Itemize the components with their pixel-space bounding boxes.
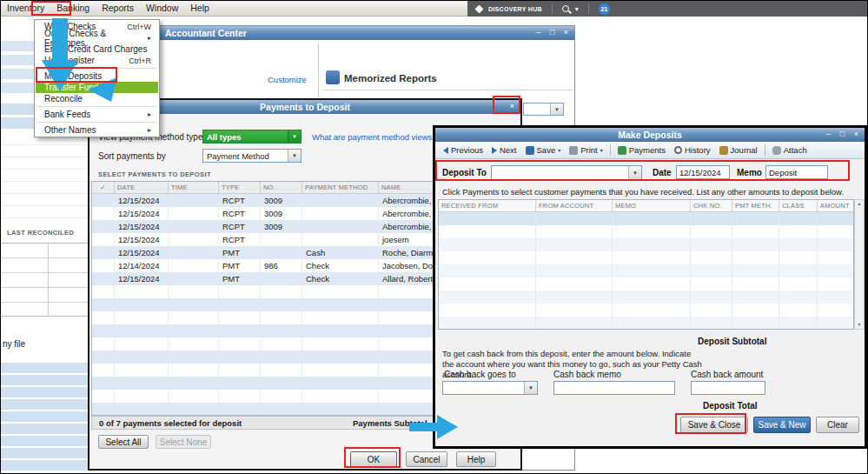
close-icon[interactable]: ×	[507, 102, 518, 112]
attach-button[interactable]: Attach	[768, 142, 812, 158]
discovery-hub-label[interactable]: DISCOVERY HUB	[488, 6, 542, 12]
date-field[interactable]	[676, 165, 730, 179]
ok-button[interactable]: OK	[350, 451, 397, 467]
col-chk-no: CHK NO.	[691, 200, 732, 211]
menu-item-other-names[interactable]: Other Names▸	[36, 124, 158, 136]
save-button[interactable]: Save▾	[521, 142, 566, 158]
menu-item-reconcile[interactable]: Reconcile	[36, 93, 158, 104]
select-none-button[interactable]: Select None	[156, 435, 211, 449]
row-checkbox[interactable]	[92, 233, 115, 246]
deposit-row[interactable]	[439, 277, 853, 290]
help-button[interactable]: Help	[456, 451, 496, 467]
notification-badge[interactable]: 21	[599, 3, 610, 15]
cell-no	[261, 272, 302, 285]
window-controls: – □ ×	[533, 28, 572, 38]
menu-item-transfer-funds[interactable]: Transfer Funds	[36, 82, 158, 93]
col-type: TYPE	[219, 182, 261, 193]
cashback-amount-field[interactable]	[691, 381, 765, 395]
sort-payments-label: Sort payments by	[98, 151, 166, 161]
sort-payments-dropdown[interactable]: Payment Method ▼	[202, 149, 301, 163]
payment-method-views-link[interactable]: What are payment method views?	[312, 132, 437, 142]
row-checkbox[interactable]	[92, 272, 115, 285]
memo-field[interactable]	[765, 165, 828, 179]
col-class: CLASS	[779, 200, 818, 211]
col-no: NO.	[261, 182, 302, 193]
bg-row	[1, 399, 88, 410]
bg-list	[1, 133, 88, 224]
chevron-down-icon: ▼	[288, 150, 301, 162]
minimize-icon[interactable]: –	[823, 130, 834, 140]
row-checkbox[interactable]	[92, 220, 115, 233]
deposit-to-dropdown[interactable]: ▼	[491, 165, 642, 180]
row-checkbox[interactable]	[92, 259, 115, 272]
row-checkbox[interactable]	[92, 207, 115, 220]
deposit-to-label: Deposit To	[442, 168, 487, 177]
menu-reports[interactable]: Reports	[96, 1, 140, 16]
maximize-icon[interactable]: □	[837, 130, 848, 140]
row-checkbox[interactable]	[92, 246, 115, 259]
cancel-button[interactable]: Cancel	[406, 451, 447, 467]
menu-item-order-checks[interactable]: Order Checks & Envelopes▸	[36, 32, 158, 43]
deposit-row[interactable]	[439, 212, 853, 225]
window-title: Accountant Center	[97, 28, 574, 38]
search-icon[interactable]	[562, 5, 569, 12]
deposit-items-table: RECEIVED FROM FROM ACCOUNT MEMO CHK NO. …	[438, 199, 854, 330]
attach-icon	[772, 146, 781, 155]
section-divider	[323, 90, 572, 90]
deposit-row[interactable]	[439, 317, 853, 330]
select-all-button[interactable]: Select All	[98, 435, 149, 449]
deposit-row[interactable]	[439, 251, 853, 264]
save-new-button[interactable]: Save & New	[753, 417, 811, 433]
menu-item-bank-feeds[interactable]: Bank Feeds▸	[36, 109, 158, 120]
table-scrollbar[interactable]: ▲ ▼	[854, 199, 865, 330]
cashback-memo-field[interactable]	[553, 381, 675, 395]
cell-type: PMT	[219, 246, 261, 259]
payment-method-type-dropdown[interactable]: All types ▼	[202, 130, 301, 144]
customize-link[interactable]: Customize	[268, 75, 307, 84]
minimize-icon[interactable]: –	[533, 28, 544, 38]
col-payment-method: PAYMENT METHOD	[302, 182, 379, 193]
cell-method: Cash	[302, 246, 379, 259]
close-icon[interactable]: ×	[560, 28, 572, 38]
chevron-down-icon[interactable]: ▾	[575, 5, 579, 13]
col-from-account: FROM ACCOUNT	[536, 200, 613, 211]
submenu-arrow-icon: ▸	[148, 126, 151, 134]
col-date: DATE	[115, 182, 169, 193]
menu-window[interactable]: Window	[140, 1, 184, 16]
deposit-row[interactable]	[439, 304, 853, 317]
history-button[interactable]: History	[670, 142, 715, 158]
maximize-icon[interactable]: □	[547, 28, 558, 38]
deposit-row[interactable]	[439, 264, 853, 277]
print-button[interactable]: Print▾	[565, 142, 607, 158]
cell-no: 3009	[261, 207, 302, 220]
reports-dropdown[interactable]: ▼	[523, 103, 564, 116]
menu-item-use-register[interactable]: Use RegisterCtrl+R	[36, 55, 158, 66]
menu-separator	[37, 68, 156, 69]
scroll-down-icon[interactable]: ▼	[858, 321, 862, 329]
previous-button[interactable]: Previous	[439, 142, 487, 158]
cell-type: PMT	[219, 272, 261, 285]
cell-no	[261, 246, 302, 259]
menu-banking[interactable]: Banking	[50, 1, 96, 16]
file-label: ny file	[3, 339, 25, 349]
cashback-goto-dropdown[interactable]: ▼	[442, 381, 538, 395]
scroll-up-icon[interactable]: ▲	[858, 200, 862, 208]
deposit-row[interactable]	[439, 225, 853, 238]
row-checkbox[interactable]	[92, 194, 115, 207]
clear-button[interactable]: Clear	[816, 417, 859, 433]
menu-item-credit-card-charges[interactable]: Enter Credit Card Charges	[36, 43, 158, 55]
toolbar-separator	[610, 144, 611, 156]
next-button[interactable]: Next	[487, 142, 521, 158]
toolbar-separator	[765, 144, 765, 156]
deposit-total-label: Deposit Total	[703, 401, 758, 411]
cell-no	[261, 233, 302, 246]
close-icon[interactable]: ×	[851, 130, 862, 140]
deposit-row[interactable]	[439, 238, 853, 251]
journal-button[interactable]: Journal	[715, 142, 762, 158]
save-close-button[interactable]: Save & Close	[680, 417, 748, 433]
menu-help[interactable]: Help	[184, 1, 215, 16]
payments-button[interactable]: Payments	[613, 142, 670, 158]
deposit-row[interactable]	[439, 290, 853, 304]
menu-item-make-deposits[interactable]: Make Deposits	[36, 70, 158, 82]
menu-inventory[interactable]: Inventory	[1, 1, 50, 16]
